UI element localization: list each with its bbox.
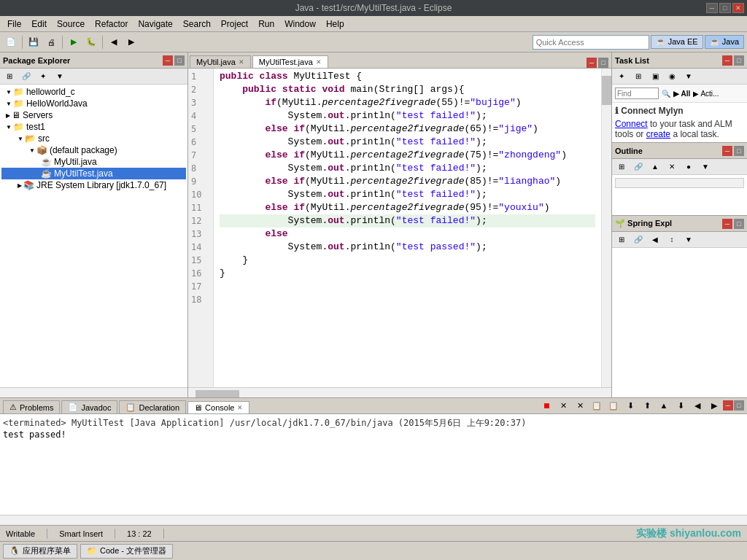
outline-tb-1[interactable]: ⊞ [614, 159, 630, 175]
menu-navigate[interactable]: Navigate [133, 18, 177, 31]
console-btn-6[interactable]: ⬇ [622, 397, 638, 413]
task-toolbar-btn-5[interactable]: ▼ [681, 69, 697, 85]
console-btn-9[interactable]: ⬇ [673, 397, 689, 413]
task-find-input[interactable] [615, 88, 659, 99]
quick-access-input[interactable] [533, 35, 649, 50]
java-perspective[interactable]: ☕ Java [705, 35, 744, 49]
console-clear-btn[interactable]: ✕ [555, 397, 571, 413]
outline-tb-3[interactable]: ▲ [647, 159, 663, 175]
tree-item-default-package[interactable]: ▼ 📦 (default package) [1, 144, 186, 156]
minimize-console-button[interactable]: ─ [723, 400, 733, 411]
minimize-outline-button[interactable]: ─ [722, 146, 732, 156]
save-button[interactable]: 💾 [26, 34, 42, 50]
maximize-console-button[interactable]: □ [734, 400, 744, 411]
connect-link[interactable]: Connect [615, 119, 648, 129]
task-toolbar-btn-1[interactable]: ✦ [614, 69, 630, 85]
console-btn-8[interactable]: ▲ [656, 397, 672, 413]
console-btn-5[interactable]: 📋 [605, 397, 622, 413]
menu-file[interactable]: File [3, 18, 26, 31]
tab-close-button[interactable]: ✕ [239, 58, 244, 66]
minimize-button[interactable]: ─ [706, 3, 718, 13]
tab-problems[interactable]: ⚠ Problems [3, 400, 60, 413]
tree-item-helloworld-c[interactable]: ▼ 📁 helloworld_c [1, 86, 186, 98]
console-btn-3[interactable]: ✕ [572, 397, 588, 413]
taskbar-app-menu[interactable]: 🐧 应用程序菜单 [3, 544, 77, 559]
forward-button[interactable]: ▶ [123, 34, 139, 50]
tab-close-button[interactable]: ✕ [316, 58, 322, 66]
maximize-outline-button[interactable]: □ [734, 146, 744, 156]
task-toolbar-btn-2[interactable]: ⊞ [630, 69, 646, 85]
tree-item-test1[interactable]: ▼ 📁 test1 [1, 121, 186, 133]
expand-arrow[interactable]: ▼ [29, 147, 35, 154]
close-button[interactable]: ✕ [732, 3, 744, 13]
spring-tb-3[interactable]: ◀ [647, 232, 663, 248]
package-explorer-scrollbar-h[interactable] [0, 387, 187, 397]
collapse-all-button[interactable]: ⊞ [1, 69, 18, 85]
link-editor-button[interactable]: 🔗 [18, 69, 34, 85]
console-scrollbar-h[interactable] [0, 515, 747, 525]
task-toolbar-btn-3[interactable]: ▣ [647, 69, 663, 85]
tab-myutil[interactable]: MyUtil.java ✕ [190, 55, 251, 68]
minimize-spring-button[interactable]: ─ [722, 219, 732, 229]
expand-arrow[interactable]: ▼ [6, 89, 12, 96]
outline-tb-2[interactable]: 🔗 [630, 159, 646, 175]
print-button[interactable]: 🖨 [43, 34, 59, 50]
menu-refactor[interactable]: Refactor [90, 18, 132, 31]
menu-run[interactable]: Run [254, 18, 279, 31]
tab-declaration[interactable]: 📋 Declaration [119, 400, 186, 413]
task-toolbar-btn-4[interactable]: ◉ [664, 69, 680, 85]
taskbar-code-manager[interactable]: 📁 Code - 文件管理器 [80, 544, 173, 559]
tab-console[interactable]: 🖥 Console ✕ [187, 401, 249, 413]
view-menu-button[interactable]: ▼ [52, 69, 68, 85]
tree-item-src[interactable]: ▼ 📂 src [1, 133, 186, 144]
console-btn-11[interactable]: ▶ [706, 397, 722, 413]
minimize-editor-button[interactable]: ─ [587, 58, 597, 68]
menu-project[interactable]: Project [217, 18, 252, 31]
maximize-button[interactable]: □ [719, 3, 731, 13]
outline-tb-4[interactable]: ✕ [664, 159, 680, 175]
new-java-button[interactable]: ✦ [35, 69, 51, 85]
outline-tb-6[interactable]: ▼ [697, 159, 713, 175]
java-ee-perspective[interactable]: ☕ Java EE [651, 35, 703, 49]
editor-scrollbar-h[interactable] [188, 387, 611, 397]
menu-help[interactable]: Help [322, 18, 349, 31]
menu-source[interactable]: Source [53, 18, 89, 31]
tree-item-myutiltest[interactable]: ☕ MyUtilTest.java [1, 168, 186, 179]
tree-item-myutil[interactable]: ☕ MyUtil.java [1, 156, 186, 168]
outline-tb-5[interactable]: ● [681, 159, 697, 175]
run-button[interactable]: ▶ [66, 34, 82, 50]
editor-scrollbar[interactable] [601, 69, 611, 387]
maximize-panel-button[interactable]: □ [174, 55, 185, 66]
maximize-editor-button[interactable]: □ [598, 58, 608, 68]
expand-arrow[interactable]: ▼ [6, 101, 12, 107]
console-stop-btn[interactable]: ⏹ [538, 397, 554, 413]
spring-tb-2[interactable]: 🔗 [630, 232, 646, 248]
tab-myutiltest[interactable]: MyUtilTest.java ✕ [252, 55, 328, 68]
tab-javadoc[interactable]: 📄 Javadoc [61, 400, 117, 413]
expand-arrow[interactable]: ▶ [6, 112, 10, 119]
spring-tb-1[interactable]: ⊞ [614, 232, 630, 248]
menu-search[interactable]: Search [179, 18, 215, 31]
menu-edit[interactable]: Edit [27, 18, 51, 31]
tree-item-servers[interactable]: ▶ 🖥 Servers [1, 109, 186, 121]
maximize-spring-button[interactable]: □ [734, 219, 744, 229]
console-btn-7[interactable]: ⬆ [639, 397, 655, 413]
code-content[interactable]: public class MyUtilTest { public static … [214, 69, 601, 387]
minimize-panel-button[interactable]: ─ [163, 55, 173, 66]
spring-tb-5[interactable]: ▼ [681, 232, 697, 248]
expand-arrow[interactable]: ▶ [18, 182, 22, 189]
debug-button[interactable]: 🐛 [83, 34, 99, 50]
back-button[interactable]: ◀ [106, 34, 122, 50]
expand-arrow[interactable]: ▼ [6, 124, 12, 131]
console-btn-10[interactable]: ◀ [689, 397, 705, 413]
create-link[interactable]: create [646, 129, 670, 139]
console-tab-close[interactable]: ✕ [237, 404, 243, 411]
tree-item-jre[interactable]: ▶ 📚 JRE System Library [jdk1.7.0_67] [1, 179, 186, 191]
spring-tb-4[interactable]: ↕ [664, 232, 680, 248]
minimize-tasklist-button[interactable]: ─ [722, 55, 732, 66]
maximize-tasklist-button[interactable]: □ [734, 55, 744, 66]
menu-window[interactable]: Window [280, 18, 320, 31]
console-btn-4[interactable]: 📋 [589, 397, 605, 413]
outline-scrollbar[interactable] [615, 178, 744, 188]
new-button[interactable]: 📄 [3, 34, 19, 50]
